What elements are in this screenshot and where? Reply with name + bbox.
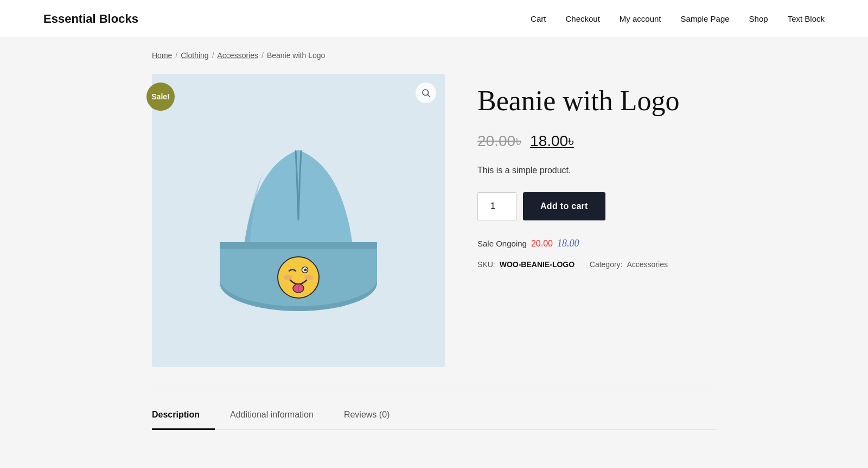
- quantity-input[interactable]: [477, 192, 516, 220]
- price-sale: 18.00৳: [530, 132, 574, 150]
- nav-shop[interactable]: Shop: [749, 14, 768, 23]
- sale-ongoing-row: Sale Ongoing 20.00 18.00: [477, 238, 716, 249]
- nav-checkout[interactable]: Checkout: [565, 14, 599, 23]
- product-image-wrapper: Sale!: [152, 74, 445, 367]
- category-value: Accessories: [627, 260, 668, 269]
- tab-description[interactable]: Description: [152, 400, 215, 429]
- breadcrumb-sep-2: /: [212, 51, 214, 60]
- svg-point-13: [304, 275, 313, 280]
- product-section: Sale!: [152, 68, 716, 389]
- category-label: Category:: [590, 260, 623, 269]
- svg-rect-4: [220, 242, 377, 249]
- tab-additional-info[interactable]: Additional information: [230, 400, 329, 429]
- product-info: Beanie with Logo 20.00৳ 18.00৳ This is a…: [477, 74, 716, 269]
- svg-line-1: [427, 94, 430, 97]
- tabs-section: Description Additional information Revie…: [152, 389, 716, 430]
- nav-my-account[interactable]: My account: [620, 14, 661, 23]
- sale-ongoing-label: Sale Ongoing: [477, 239, 527, 248]
- breadcrumb-sep-1: /: [175, 51, 177, 60]
- breadcrumb-current: Beanie with Logo: [267, 51, 325, 60]
- breadcrumb-clothing[interactable]: Clothing: [181, 51, 208, 60]
- main-nav: Cart Checkout My account Sample Page Sho…: [531, 14, 825, 23]
- nav-sample-page[interactable]: Sample Page: [681, 14, 730, 23]
- site-logo[interactable]: Essential Blocks: [43, 12, 138, 26]
- breadcrumb: Home / Clothing / Accessories / Beanie w…: [152, 38, 716, 68]
- price-original: 20.00৳: [477, 132, 521, 150]
- sku-row: SKU: WOO-BEANIE-LOGO Category: Accessori…: [477, 260, 716, 269]
- nav-text-block[interactable]: Text Block: [788, 14, 825, 23]
- site-header: Essential Blocks Cart Checkout My accoun…: [0, 0, 868, 38]
- breadcrumb-home[interactable]: Home: [152, 51, 172, 60]
- breadcrumb-accessories[interactable]: Accessories: [218, 51, 258, 60]
- tab-reviews[interactable]: Reviews (0): [344, 400, 405, 429]
- svg-point-9: [304, 269, 307, 271]
- product-meta: SKU: WOO-BEANIE-LOGO Category: Accessori…: [477, 260, 716, 269]
- sale-badge: Sale!: [146, 83, 175, 111]
- nav-cart[interactable]: Cart: [531, 14, 546, 23]
- product-price-row: 20.00৳ 18.00৳: [477, 132, 716, 150]
- breadcrumb-sep-3: /: [261, 51, 264, 60]
- tabs-nav: Description Additional information Revie…: [152, 400, 716, 430]
- main-container: Home / Clothing / Accessories / Beanie w…: [108, 38, 760, 430]
- svg-point-12: [284, 275, 292, 280]
- product-description: This is a simple product.: [477, 163, 716, 178]
- add-to-cart-row: Add to cart: [477, 192, 716, 220]
- add-to-cart-button[interactable]: Add to cart: [523, 192, 605, 220]
- sku-label: SKU:: [477, 260, 495, 269]
- sale-ongoing-current: 18.00: [557, 238, 579, 249]
- zoom-icon[interactable]: [416, 83, 436, 103]
- product-image-container: [152, 74, 445, 367]
- sku-value: WOO-BEANIE-LOGO: [500, 260, 575, 269]
- sale-ongoing-original: 20.00: [531, 239, 553, 249]
- product-image: [212, 112, 385, 329]
- product-title: Beanie with Logo: [477, 85, 716, 117]
